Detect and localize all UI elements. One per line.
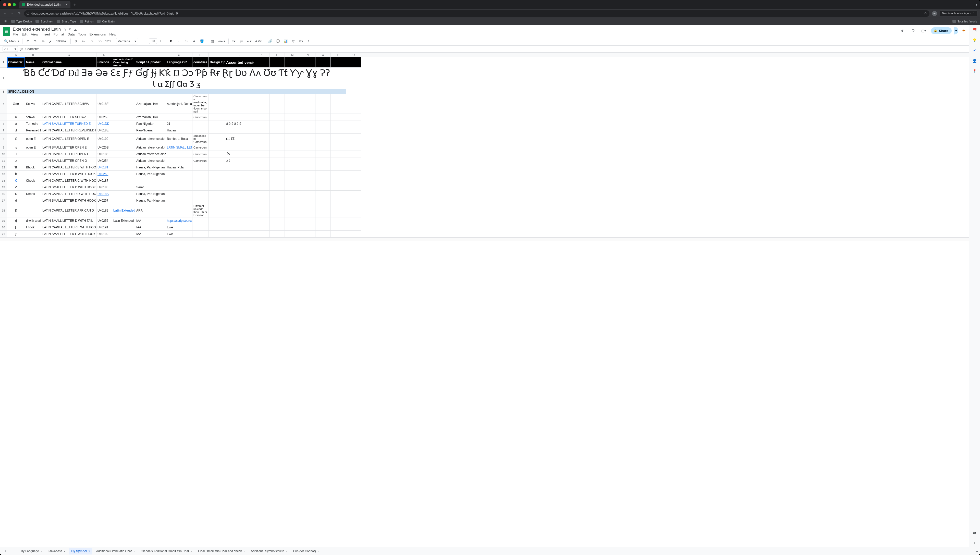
bookmark-item[interactable]: Specimen bbox=[35, 20, 53, 23]
fill-color-button[interactable]: 🪣 bbox=[199, 38, 205, 44]
close-tab-icon[interactable]: ✕ bbox=[65, 3, 68, 6]
add-panel-icon[interactable]: ＋ bbox=[972, 540, 977, 546]
menu-view[interactable]: View bbox=[31, 32, 38, 36]
profile-button[interactable]: m bbox=[932, 11, 937, 16]
all-bookmarks[interactable]: Tous les favoris bbox=[953, 20, 977, 23]
tabs-menu-icon[interactable]: ▾ bbox=[976, 3, 977, 6]
strikethrough-button[interactable]: S bbox=[183, 38, 189, 44]
font-size-minus[interactable]: − bbox=[143, 38, 149, 44]
italic-button[interactable]: I bbox=[176, 38, 182, 44]
name-box[interactable]: A1▾ bbox=[3, 46, 18, 52]
table-row: 14ƇChookLATIN CAPITAL LETTER C WITH HOOK… bbox=[0, 177, 969, 184]
bold-button[interactable]: B bbox=[168, 38, 174, 44]
site-info-icon[interactable]: ⓘ bbox=[27, 11, 29, 15]
zoom-window-button[interactable] bbox=[13, 3, 16, 6]
maps-icon[interactable]: 📍 bbox=[972, 68, 977, 74]
reload-button[interactable]: ⟳ bbox=[17, 11, 21, 16]
scroll-tabs-right[interactable]: ▸ bbox=[977, 549, 978, 553]
wrap-button[interactable]: ↵▾ bbox=[246, 38, 253, 44]
move-icon[interactable]: ⍇ bbox=[69, 27, 71, 31]
menu-format[interactable]: Format bbox=[54, 32, 64, 36]
menu-tools[interactable]: Tools bbox=[78, 32, 86, 36]
bookmark-item[interactable]: Sharp Type bbox=[57, 20, 76, 23]
sheet-tab[interactable]: Additional Symbols/picto▾ bbox=[248, 548, 290, 555]
back-button[interactable]: ← bbox=[3, 11, 7, 16]
font-size-value[interactable]: 10 bbox=[149, 38, 157, 44]
link-button[interactable]: 🔗 bbox=[267, 38, 273, 44]
decrease-decimal[interactable]: .0̲ bbox=[88, 38, 94, 44]
menu-insert[interactable]: Insert bbox=[42, 32, 50, 36]
menu-help[interactable]: Help bbox=[109, 32, 116, 36]
url-bar[interactable]: ⓘ docs.google.com/spreadsheets/d/1Tk8aGh… bbox=[24, 10, 929, 17]
increase-decimal[interactable]: .00̲ bbox=[96, 38, 103, 44]
chart-button[interactable]: 📊 bbox=[282, 38, 289, 44]
halign-button[interactable]: ≡▾ bbox=[231, 38, 237, 44]
format-percent[interactable]: % bbox=[80, 38, 87, 44]
fx-value[interactable]: Character bbox=[25, 47, 39, 51]
functions-button[interactable]: Σ bbox=[306, 38, 312, 44]
gemini-icon[interactable]: ✦ bbox=[962, 28, 966, 34]
menu-extensions[interactable]: Extensions bbox=[90, 32, 106, 36]
browser-tab[interactable]: Extended extended Latin - G… ✕ bbox=[19, 1, 71, 8]
sheet-tab[interactable]: By Symbol▾ bbox=[69, 548, 92, 555]
merge-cells-button[interactable]: ⇥⇤▾ bbox=[217, 38, 226, 44]
menu-edit[interactable]: Edit bbox=[22, 32, 27, 36]
rotate-button[interactable]: A↗▾ bbox=[254, 38, 263, 44]
sheet-tab[interactable]: Taiwanese▾ bbox=[45, 548, 68, 555]
keep-icon[interactable]: 💡 bbox=[972, 37, 977, 43]
table-row: 9ɛopen ELATIN SMALL LETTER OPEN EU+025BA… bbox=[0, 144, 969, 151]
more-formats[interactable]: 123 bbox=[104, 38, 112, 44]
side-panel-rail: 📅 💡 ✔︎ 👤 📍 ⇄ ＋ bbox=[969, 25, 980, 549]
star-icon[interactable]: ☆ bbox=[63, 27, 66, 31]
bookmark-item[interactable]: OmniLatin bbox=[97, 20, 115, 23]
new-tab-button[interactable]: ＋ bbox=[72, 2, 77, 8]
filter-button[interactable]: ▽ bbox=[290, 38, 296, 44]
sheets-logo-icon[interactable]: ▤ bbox=[3, 27, 10, 36]
star-icon[interactable]: ☆ bbox=[924, 12, 927, 15]
comments-icon[interactable]: 🗨 bbox=[909, 27, 917, 34]
share-options[interactable]: ▾ bbox=[954, 27, 958, 34]
font-size-plus[interactable]: ＋ bbox=[158, 38, 164, 44]
sheet-tab[interactable]: Cris (for Connor)▾ bbox=[290, 548, 321, 555]
bookmark-item[interactable]: Type Design bbox=[11, 20, 32, 23]
cell-a1[interactable]: Character bbox=[7, 57, 25, 67]
minimize-window-button[interactable] bbox=[8, 3, 11, 6]
forward-button[interactable]: → bbox=[10, 11, 14, 16]
borders-button[interactable]: ▦ bbox=[209, 38, 215, 44]
tasks-icon[interactable]: ✔︎ bbox=[972, 48, 977, 53]
add-sheet-button[interactable]: ＋ bbox=[2, 548, 9, 555]
valign-button[interactable]: ↕▾ bbox=[238, 38, 244, 44]
share-button[interactable]: 🔒 Share bbox=[931, 27, 952, 34]
sheet-tab[interactable]: Final OmniLatin Char and check▾ bbox=[196, 548, 247, 555]
format-currency[interactable]: $ bbox=[73, 38, 79, 44]
history-icon[interactable]: ↺ bbox=[899, 27, 906, 34]
document-title[interactable]: Extended extended Latin bbox=[13, 27, 61, 32]
search-menus[interactable]: 🔍 Menus bbox=[3, 38, 20, 44]
swap-icon[interactable]: ⇄ bbox=[972, 530, 977, 536]
menu-data[interactable]: Data bbox=[67, 32, 75, 36]
meet-icon[interactable]: ▢▾ bbox=[920, 27, 927, 34]
apps-icon[interactable]: ⊞ bbox=[3, 19, 8, 24]
redo-button[interactable]: ↷ bbox=[32, 38, 38, 44]
all-sheets-button[interactable]: ☰ bbox=[10, 548, 18, 555]
paint-format-button[interactable]: 🖌 bbox=[48, 38, 54, 44]
horizontal-scrollbar[interactable] bbox=[0, 237, 969, 241]
undo-button[interactable]: ↶ bbox=[24, 38, 30, 44]
close-window-button[interactable] bbox=[3, 3, 6, 6]
font-select[interactable]: Verdana▾ bbox=[116, 38, 138, 44]
calendar-icon[interactable]: 📅 bbox=[972, 27, 977, 33]
zoom-select[interactable]: 100% ▾ bbox=[55, 38, 68, 44]
filter-views-button[interactable]: ▽▾ bbox=[298, 38, 304, 44]
sheet-tab[interactable]: Glenda's Additional OmniLatin Char▾ bbox=[138, 548, 195, 555]
bookmark-item[interactable]: Python bbox=[80, 20, 93, 23]
update-browser-button[interactable]: Terminer la mise à jour ⋮ bbox=[940, 10, 977, 16]
column-headers[interactable]: AB CD EF GH IJ KL MN OP Q bbox=[0, 53, 969, 57]
menu-file[interactable]: File bbox=[13, 32, 18, 36]
sheet-tab[interactable]: Additional OmniLatin Char▾ bbox=[93, 548, 137, 555]
print-button[interactable]: 🖶 bbox=[40, 38, 46, 44]
cloud-status-icon[interactable]: ☁ bbox=[74, 27, 77, 31]
contacts-icon[interactable]: 👤 bbox=[972, 58, 977, 64]
text-color-button[interactable]: A̲ bbox=[191, 38, 197, 44]
sheet-tab[interactable]: By Language▾ bbox=[18, 548, 44, 555]
comment-button[interactable]: 💬 bbox=[275, 38, 281, 44]
